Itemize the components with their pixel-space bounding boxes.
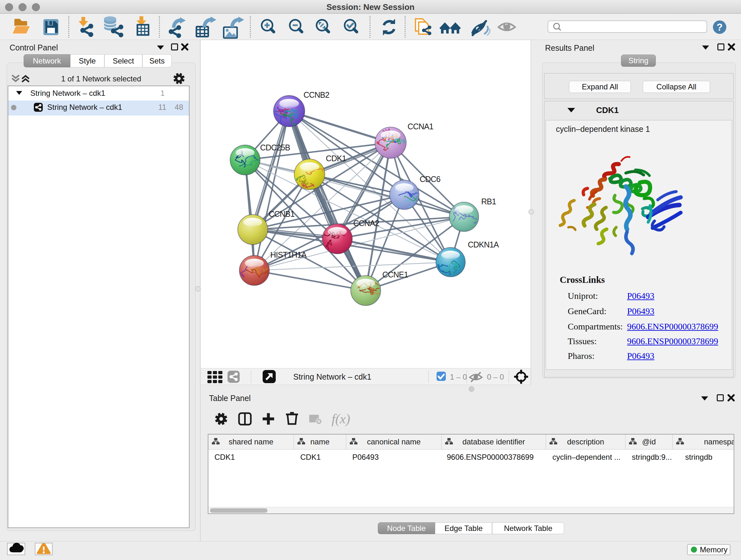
svg-text:f(x): f(x) [332, 412, 350, 427]
svg-text:CCNB2: CCNB2 [304, 90, 329, 99]
svg-text:HIST1H1A: HIST1H1A [270, 250, 307, 259]
svg-text:?: ? [717, 22, 723, 33]
svg-text:CDKN1A: CDKN1A [468, 240, 499, 249]
svg-text:CDC25B: CDC25B [260, 143, 290, 152]
svg-text:RB1: RB1 [481, 197, 496, 206]
svg-text:CCNA1: CCNA1 [408, 122, 433, 131]
svg-text:CDK1: CDK1 [326, 154, 346, 163]
svg-text:CDC6: CDC6 [420, 175, 441, 184]
svg-text:CCNA2: CCNA2 [353, 219, 379, 228]
svg-text:CCNE1: CCNE1 [382, 270, 408, 279]
svg-text:CCNB1: CCNB1 [269, 209, 294, 219]
